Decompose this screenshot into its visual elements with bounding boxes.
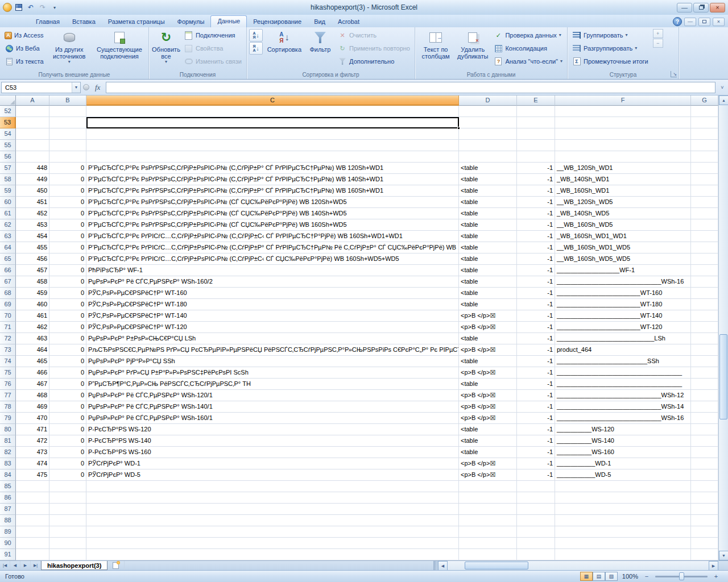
cell-a80[interactable]: 471 (16, 424, 49, 435)
cell-e72[interactable]: -1 (517, 333, 555, 344)
cell-e78[interactable]: -1 (517, 401, 555, 413)
cell-b52[interactable] (49, 106, 86, 117)
cell-a58[interactable]: 449 (16, 174, 49, 185)
remove-duplicates-button[interactable]: Удалить дубликаты (455, 29, 490, 68)
next-sheet-button[interactable]: ▶ (20, 561, 31, 570)
cell-e82[interactable]: -1 (517, 447, 555, 458)
cell-e54[interactable] (517, 128, 555, 140)
cell-g52[interactable] (691, 106, 718, 117)
cell-f70[interactable]: ________________________WT-140 (555, 310, 691, 322)
cell-f85[interactable] (555, 481, 691, 492)
cell-g91[interactable] (691, 549, 718, 560)
cell-f88[interactable] (555, 515, 691, 526)
text-to-columns-button[interactable]: Текст по столбцам (417, 29, 454, 68)
cell-c74[interactable]: РџРѕР»РєР° РјР°Р»Р°СЏ SSh (86, 356, 459, 367)
row-header-91[interactable]: 91 (0, 549, 16, 560)
row-header-89[interactable]: 89 (0, 526, 16, 538)
formula-input[interactable] (106, 82, 715, 93)
cell-b77[interactable]: 0 (49, 390, 86, 401)
cell-f82[interactable]: __________WS-160 (555, 447, 691, 458)
cell-g58[interactable] (691, 174, 718, 185)
cell-e61[interactable]: -1 (517, 208, 555, 219)
cell-a90[interactable] (16, 538, 49, 549)
from-web-button[interactable]: Из Веба (2, 42, 46, 55)
cell-d58[interactable]: <table (459, 174, 517, 185)
cell-b78[interactable]: 0 (49, 401, 86, 413)
row-header-78[interactable]: 78 (0, 401, 16, 413)
cell-d66[interactable]: <table (459, 265, 517, 276)
cell-a77[interactable]: 468 (16, 390, 49, 401)
cell-c53[interactable] (86, 117, 459, 128)
cell-f77[interactable]: ______________________________WSh-12 (555, 390, 691, 401)
normal-view-button[interactable]: ▦ (580, 572, 593, 581)
cell-a67[interactable]: 458 (16, 276, 49, 288)
cell-d69[interactable]: <table (459, 299, 517, 310)
cell-e89[interactable] (517, 526, 555, 538)
cell-c90[interactable] (86, 538, 459, 549)
cell-g73[interactable] (691, 344, 718, 356)
cell-f79[interactable]: ______________________________WSh-16 (555, 413, 691, 424)
sort-descending-button[interactable]: ЯА ↓ (249, 42, 263, 55)
cell-d90[interactable] (459, 538, 517, 549)
cell-b61[interactable]: 0 (49, 208, 86, 219)
cell-g57[interactable] (691, 163, 718, 174)
cell-c84[interactable]: РЎСѓРјРєР° WD-5 (86, 469, 459, 481)
cell-a56[interactable] (16, 151, 49, 163)
cell-e58[interactable]: -1 (517, 174, 555, 185)
cell-g63[interactable] (691, 231, 718, 242)
minimize-button[interactable]: — (677, 3, 692, 13)
cell-b65[interactable]: 0 (49, 253, 86, 265)
cell-c86[interactable] (86, 492, 459, 504)
ungroup-button[interactable]: Разгруппировать ▾ (570, 42, 651, 55)
cell-c62[interactable]: Р’РµСЂСЃС‚Р°Рє РѕРґРЅРѕС‚СѓРјР±РѕРІС‹Р№ … (86, 219, 459, 231)
row-header-55[interactable]: 55 (0, 140, 16, 151)
cell-a74[interactable]: 465 (16, 356, 49, 367)
cell-g85[interactable] (691, 481, 718, 492)
row-header-65[interactable]: 65 (0, 253, 16, 265)
cell-f87[interactable] (555, 504, 691, 515)
cell-d82[interactable]: <table (459, 447, 517, 458)
cell-e84[interactable]: -1 (517, 469, 555, 481)
last-sheet-button[interactable]: ▶| (31, 561, 41, 570)
scroll-down-button[interactable]: ▼ (719, 551, 728, 560)
horizontal-scrollbar[interactable]: ◀ ▶ (437, 561, 718, 570)
cell-c69[interactable]: РЎС‚РѕР»РµС€РЅРёС†Р° WT-180 (86, 299, 459, 310)
cell-d89[interactable] (459, 526, 517, 538)
cell-f71[interactable]: ________________________WT-120 (555, 322, 691, 333)
cell-g55[interactable] (691, 140, 718, 151)
cell-c85[interactable] (86, 481, 459, 492)
cell-c55[interactable] (86, 140, 459, 151)
scroll-right-button[interactable]: ▶ (709, 561, 718, 571)
cell-f72[interactable]: ____________________________LSh (555, 333, 691, 344)
cell-e59[interactable]: -1 (517, 185, 555, 197)
cell-e85[interactable] (517, 481, 555, 492)
cell-g66[interactable] (691, 265, 718, 276)
row-header-84[interactable]: 84 (0, 469, 16, 481)
row-header-67[interactable]: 67 (0, 276, 16, 288)
cell-d60[interactable]: <table (459, 197, 517, 208)
row-header-59[interactable]: 59 (0, 185, 16, 197)
first-sheet-button[interactable]: |◀ (0, 561, 10, 570)
cell-e67[interactable]: -1 (517, 276, 555, 288)
cell-a83[interactable]: 474 (16, 458, 49, 469)
cell-g71[interactable] (691, 322, 718, 333)
cell-g79[interactable] (691, 413, 718, 424)
cell-a89[interactable] (16, 526, 49, 538)
cell-c59[interactable]: Р’РµСЂСЃС‚Р°Рє РѕРґРЅРѕС‚СѓРјР±РѕРІС‹Р№ … (86, 185, 459, 197)
cell-b80[interactable]: 0 (49, 424, 86, 435)
cell-a73[interactable]: 464 (16, 344, 49, 356)
cell-a87[interactable] (16, 504, 49, 515)
cell-a86[interactable] (16, 492, 49, 504)
row-header-83[interactable]: 83 (0, 458, 16, 469)
cell-g67[interactable] (691, 276, 718, 288)
row-header-70[interactable]: 70 (0, 310, 16, 322)
cell-c66[interactable]: РћРїРѕСЂР° WF-1 (86, 265, 459, 276)
group-button[interactable]: Группировать ▾ (570, 29, 651, 41)
row-header-88[interactable]: 88 (0, 515, 16, 526)
cell-a61[interactable]: 452 (16, 208, 49, 219)
tab-home[interactable]: Главная (30, 16, 66, 27)
cell-e55[interactable] (517, 140, 555, 151)
cell-b71[interactable]: 0 (49, 322, 86, 333)
cell-d88[interactable] (459, 515, 517, 526)
column-header-b[interactable]: B (49, 95, 86, 106)
